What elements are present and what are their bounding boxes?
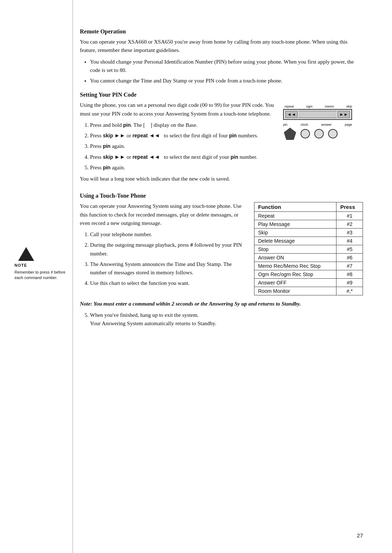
function-room-monitor: Room Monitor	[254, 287, 336, 295]
press-col-header: Press	[336, 202, 363, 212]
pin-section-text: Using the phone, you can set a personal …	[80, 101, 276, 186]
remote-operation-bullets: You should change your Personal Identifi…	[90, 58, 363, 85]
pin-key-3: pin	[103, 143, 110, 149]
table-row: Answer ON #6	[254, 254, 363, 262]
pin-key-5: pin	[103, 165, 110, 170]
repeat-label: repeat	[285, 105, 294, 108]
main-content: Remote Operation You can operate your XS…	[80, 28, 363, 328]
bullet-2: You cannot change the Time and Day Stamp…	[90, 77, 363, 85]
function-stop: Stop	[254, 245, 336, 254]
press-memo-rec: #7	[336, 262, 363, 270]
touch-tone-section: You can operate your Answering System us…	[80, 202, 363, 295]
tt-step-5-sub: Your Answering System automatically retu…	[90, 320, 216, 326]
pin-intro: Using the phone, you can set a personal …	[80, 101, 276, 118]
pin-step-1: Press and hold pin. The [ ] display on t…	[90, 121, 276, 129]
tt-step-2: During the outgoing message playback, pr…	[90, 241, 243, 258]
bullet-1: You should change your Personal Identifi…	[90, 58, 363, 75]
tt-step5-list: When you've finished, hang up to exit th…	[90, 311, 363, 328]
press-skip: #3	[336, 229, 363, 237]
page-button-icon	[328, 129, 338, 138]
skip-key-2: skip	[103, 154, 113, 160]
table-row: Memo Rec/Memo Rec Stop #7	[254, 262, 363, 270]
function-answer-off: Answer OFF	[254, 279, 336, 287]
function-delete: Delete Message	[254, 237, 336, 245]
press-delete: #4	[336, 237, 363, 245]
pin-step-4: Press skip ►► or repeat ◄◄ to select the…	[90, 153, 276, 161]
pin-key-1: pin	[123, 122, 131, 128]
standby-note: Note: You must enter a command within 2 …	[80, 300, 363, 308]
touch-tone-steps: Call your telephone number. During the o…	[90, 230, 243, 288]
table-row: Answer OFF #9	[254, 279, 363, 287]
pin-key-4: pin	[230, 154, 238, 160]
page-container: NOTE Remember to press # before each com…	[0, 0, 392, 553]
function-table-body: Repeat #1 Play Message #2 Skip #3 Delete…	[254, 212, 363, 295]
repeat-key-2: repeat	[132, 154, 148, 160]
pin-steps: Press and hold pin. The [ ] display on t…	[90, 121, 276, 172]
function-col-header: Function	[254, 202, 336, 212]
table-row: Ogm Rec/ogm Rec Stop #8	[254, 270, 363, 279]
clock-diag-label: clock	[301, 123, 308, 126]
function-memo-rec: Memo Rec/Memo Rec Stop	[254, 262, 336, 270]
function-repeat: Repeat	[254, 212, 336, 220]
tt-step-3: The Answering System announces the Time …	[90, 260, 243, 277]
function-table: Function Press Repeat #1 Play Message #2…	[254, 202, 363, 295]
table-row: Play Message #2	[254, 220, 363, 229]
memo-label: memo	[325, 105, 334, 108]
function-ogm-rec: Ogm Rec/ogm Rec Stop	[254, 270, 336, 279]
table-row: Room Monitor #,*	[254, 287, 363, 295]
function-skip: Skip	[254, 229, 336, 237]
press-play: #2	[336, 220, 363, 229]
touch-tone-heading: Using a Touch-Tone Phone	[80, 193, 363, 199]
press-answer-off: #9	[336, 279, 363, 287]
press-ogm-rec: #8	[336, 270, 363, 279]
divider-line	[73, 0, 73, 553]
pin-key-2: pin	[229, 133, 237, 138]
function-answer-on: Answer ON	[254, 254, 336, 262]
button-diagram: repeat ogm memo skip ◄◄ ►► pin clock ans…	[283, 105, 363, 140]
mid-display	[298, 111, 337, 118]
hash-key: #	[190, 242, 193, 248]
press-stop: #5	[336, 245, 363, 254]
pin-button-icon	[284, 128, 296, 140]
table-row: Delete Message #4	[254, 237, 363, 245]
table-row: Skip #3	[254, 229, 363, 237]
press-room-monitor: #,*	[336, 287, 363, 295]
pin-conclusion: You will hear a long tone which indicate…	[80, 175, 276, 183]
tt-step-1: Call your telephone number.	[90, 230, 243, 239]
answer-button-icon	[314, 129, 324, 138]
pin-step-2: Press skip ►► or repeat ◄◄ to select the…	[90, 132, 276, 140]
pin-diag-label: pin	[283, 123, 287, 126]
table-row: Stop #5	[254, 245, 363, 254]
tt-step-4: Use this chart to select the function yo…	[90, 279, 243, 287]
page-number: 27	[357, 532, 363, 538]
ogm-label: ogm	[306, 105, 313, 108]
pin-section-with-diagram: Using the phone, you can set a personal …	[80, 101, 363, 186]
press-answer-on: #6	[336, 254, 363, 262]
page-diag-label: page	[345, 123, 352, 126]
function-play: Play Message	[254, 220, 336, 229]
note-text: Remember to press # before each command …	[15, 270, 73, 281]
pin-code-heading: Setting Your PIN Code	[80, 92, 363, 98]
tt-step-5: When you've finished, hang up to exit th…	[90, 311, 363, 328]
remote-operation-intro: You can operate your XSA660 or XSA650 yo…	[80, 38, 363, 55]
note-label: NOTE	[15, 263, 73, 267]
note-triangle-icon	[18, 247, 34, 261]
pin-step-3: Press pin again.	[90, 142, 276, 150]
answer-diag-label: answer	[321, 123, 332, 126]
rewind-button: ◄◄	[285, 111, 298, 118]
clock-button-icon	[301, 129, 310, 138]
repeat-key-1: repeat	[132, 133, 148, 138]
remote-operation-heading: Remote Operation	[80, 28, 363, 35]
skip-label: skip	[346, 105, 352, 108]
left-sidebar: NOTE Remember to press # before each com…	[15, 247, 73, 281]
touch-tone-intro: You can operate your Answering System us…	[80, 202, 243, 227]
touch-tone-text: You can operate your Answering System us…	[80, 202, 243, 290]
press-repeat: #1	[336, 212, 363, 220]
fastforward-button: ►►	[338, 111, 350, 118]
skip-key-1: skip	[103, 133, 113, 138]
pin-step-5: Press pin again.	[90, 164, 276, 172]
table-row: Repeat #1	[254, 212, 363, 220]
